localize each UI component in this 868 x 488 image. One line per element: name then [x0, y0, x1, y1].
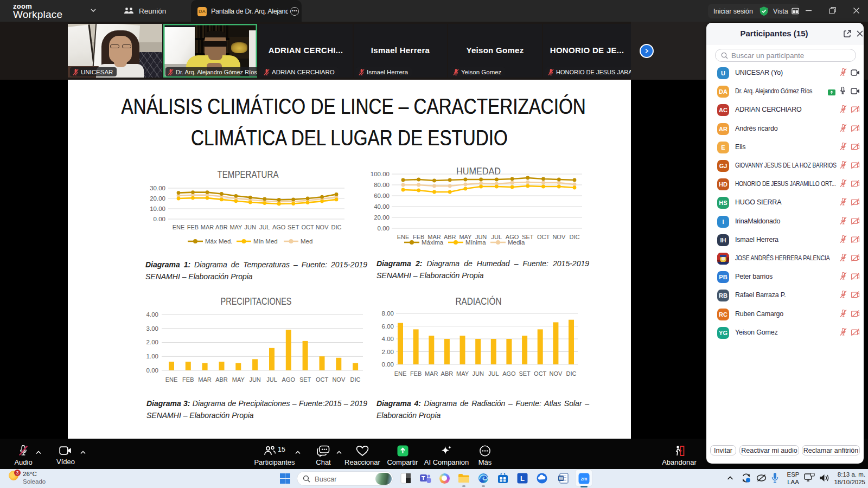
svg-text:2.00: 2.00 — [146, 339, 158, 345]
svg-text:MAY: MAY — [229, 224, 242, 230]
svg-text:NOV: NOV — [316, 224, 329, 230]
svg-text:OCT: OCT — [301, 224, 314, 230]
svg-text:0.00: 0.00 — [378, 225, 390, 232]
svg-text:ABR: ABR — [215, 376, 228, 383]
svg-text:0.00: 0.00 — [154, 216, 165, 222]
svg-text:20.00: 20.00 — [150, 195, 165, 202]
svg-text:SET: SET — [519, 370, 531, 377]
svg-text:2.00: 2.00 — [382, 349, 394, 355]
svg-text:ENE: ENE — [165, 376, 178, 383]
svg-text:AGO: AGO — [282, 376, 296, 383]
svg-text:MAR: MAR — [198, 376, 212, 383]
svg-text:30.00: 30.00 — [150, 185, 165, 191]
svg-text:L: L — [520, 474, 525, 483]
svg-text:0.00: 0.00 — [146, 367, 158, 374]
svg-text:ABR: ABR — [444, 234, 456, 240]
svg-text:MAR: MAR — [425, 370, 438, 377]
svg-text:4.00: 4.00 — [146, 311, 158, 318]
svg-text:DIC: DIC — [350, 376, 361, 383]
svg-text:60.00: 60.00 — [374, 192, 390, 199]
svg-text:ENE: ENE — [397, 234, 410, 240]
svg-text:20.00: 20.00 — [374, 214, 390, 221]
svg-text:NOV: NOV — [332, 376, 346, 383]
svg-text:SET: SET — [288, 224, 299, 230]
svg-text:Mínima: Mínima — [465, 239, 486, 246]
svg-text:MAY: MAY — [456, 370, 469, 377]
svg-text:W: W — [559, 476, 564, 481]
svg-text:AGO: AGO — [272, 224, 286, 230]
svg-text:SET: SET — [299, 376, 311, 383]
svg-text:ABR: ABR — [215, 224, 228, 230]
svg-text:FEB: FEB — [410, 370, 422, 377]
svg-text:MAR: MAR — [201, 224, 214, 230]
svg-text:JUN: JUN — [473, 370, 484, 377]
svg-text:OCT: OCT — [537, 234, 550, 240]
svg-text:JUN: JUN — [245, 224, 256, 230]
svg-text:FEB: FEB — [187, 224, 199, 230]
svg-text:RADIACIÓN: RADIACIÓN — [456, 296, 502, 307]
svg-text:ENE: ENE — [394, 370, 407, 377]
svg-text:80.00: 80.00 — [374, 182, 390, 188]
svg-text:40.00: 40.00 — [374, 203, 390, 210]
svg-text:JUL: JUL — [488, 370, 499, 377]
svg-text:AGO: AGO — [502, 370, 516, 377]
svg-text:ENE: ENE — [173, 224, 185, 230]
svg-text:zm: zm — [580, 476, 587, 481]
svg-text:4.00: 4.00 — [382, 336, 394, 342]
svg-text:DIC: DIC — [566, 370, 577, 377]
svg-text:Máxima: Máxima — [422, 239, 444, 246]
svg-text:MAY: MAY — [232, 376, 245, 383]
svg-text:Media: Media — [508, 239, 525, 246]
svg-text:JUL: JUL — [266, 376, 277, 383]
svg-text:NOV: NOV — [552, 234, 566, 240]
svg-text:Máx Med.: Máx Med. — [205, 238, 233, 245]
svg-text:3.00: 3.00 — [146, 325, 158, 332]
svg-text:DIC: DIC — [331, 224, 342, 230]
svg-text:TEMPERATURA: TEMPERATURA — [218, 169, 279, 180]
svg-text:JUL: JUL — [492, 234, 502, 240]
svg-text:0.00: 0.00 — [382, 361, 394, 368]
svg-text:8.00: 8.00 — [382, 310, 394, 317]
svg-text:OCT: OCT — [534, 370, 547, 377]
svg-text:HUMEDAD: HUMEDAD — [456, 166, 501, 177]
svg-text:100.00: 100.00 — [371, 171, 390, 177]
svg-text:DIC: DIC — [570, 234, 580, 240]
svg-text:JUN: JUN — [249, 376, 260, 383]
svg-text:OCT: OCT — [316, 376, 329, 383]
svg-text:NOV: NOV — [549, 370, 563, 377]
svg-text:ABR: ABR — [441, 370, 454, 377]
svg-text:1.00: 1.00 — [146, 353, 158, 359]
svg-text:6.00: 6.00 — [382, 323, 394, 330]
svg-text:FEB: FEB — [182, 376, 194, 383]
svg-text:JUL: JUL — [259, 224, 270, 230]
svg-text:10.00: 10.00 — [150, 206, 165, 212]
svg-text:Mín Med: Mín Med — [253, 238, 278, 245]
svg-text:PRECIPITACIONES: PRECIPITACIONES — [221, 296, 292, 307]
svg-text:Med: Med — [301, 238, 312, 245]
